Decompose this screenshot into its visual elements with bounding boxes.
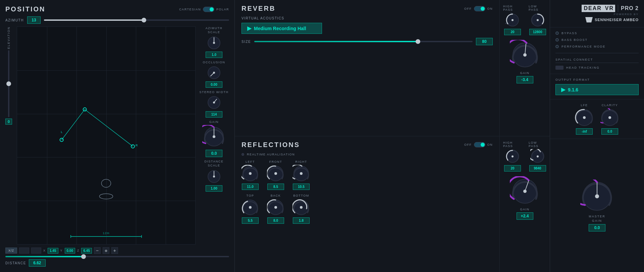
distance-scale-knob[interactable] (207, 169, 221, 184)
cartesian-polar-toggle[interactable]: CARTESIAN POLAR (179, 7, 229, 12)
reverb-lp-knob[interactable] (530, 13, 545, 27)
performance-mode-row[interactable]: PERFORMANCE MODE (555, 45, 639, 48)
refl-bottom-knob[interactable] (292, 199, 310, 216)
coord-mode-toggle[interactable] (203, 7, 214, 12)
svg-point-14 (213, 101, 215, 104)
azimuth-value[interactable]: 13 (27, 16, 41, 24)
reverb-gain-value[interactable]: -3.4 (517, 76, 533, 83)
refl-top-knob[interactable] (241, 199, 259, 216)
refl-lp-knob[interactable] (530, 149, 545, 164)
distance-label-row: DISTANCE 6.62 (5, 259, 229, 267)
refl-lp-value[interactable]: 9840 (529, 165, 546, 172)
distance-thumb (81, 254, 86, 259)
refl-gain-knob[interactable] (510, 176, 540, 206)
refl-gain-value[interactable]: +2.4 (517, 212, 533, 220)
brand-name: DEAR VR PRO 2 (582, 5, 639, 12)
bass-boost-row[interactable]: BASS BOOST (555, 38, 639, 42)
svg-text:L: L (61, 130, 62, 134)
refl-hp-knob[interactable] (505, 149, 520, 164)
clarity-knob[interactable] (600, 108, 619, 127)
elevation-value[interactable]: 0 (5, 119, 12, 125)
occlusion-value[interactable]: 0.00 (206, 81, 222, 88)
reverb-gain-container: GAIN -3.4 (510, 40, 540, 83)
coord-blank2 (31, 248, 41, 254)
reflections-toggle[interactable]: OFF ON (464, 142, 493, 147)
azimuth-scale-value[interactable]: 1.0 (206, 52, 222, 58)
refl-top-value[interactable]: 5.5 (242, 217, 259, 224)
refl-left-container: LEFT 11.0 (241, 160, 259, 190)
position-grid[interactable]: 12m L R (17, 26, 196, 245)
position-gain-knob[interactable] (202, 125, 226, 148)
master-gain-knob[interactable] (580, 180, 614, 213)
position-gain-value[interactable]: 0.0 (206, 150, 222, 157)
master-gain-container: MASTERGAIN 0.0 (580, 180, 614, 231)
minus-button[interactable]: − (94, 247, 101, 254)
refl-back-container: BACK 8.0 (267, 194, 284, 224)
z-value[interactable]: 6.45 (81, 248, 92, 254)
spatial-connect-label: SPATIAL CONNECT (555, 58, 639, 63)
position-gain-label: GAIN (209, 120, 219, 124)
distance-value[interactable]: 6.62 (29, 259, 46, 267)
lfe-knob[interactable] (575, 108, 594, 127)
plus-button[interactable]: + (111, 247, 118, 254)
lfe-value[interactable]: -inf (576, 128, 593, 135)
xyz-button[interactable]: X/Z (5, 248, 17, 254)
refl-back-knob[interactable] (267, 199, 284, 216)
bypass-row[interactable]: BYPASS (555, 31, 639, 35)
stereo-width-value[interactable]: 114 (206, 111, 222, 118)
refl-right-knob[interactable] (292, 165, 310, 182)
refl-front-knob[interactable] (267, 165, 284, 182)
position-header: POSITION CARTESIAN POLAR (5, 5, 229, 13)
toggle-knob (210, 7, 214, 11)
azimuth-row: AZIMUTH 13 (5, 16, 229, 24)
position-svg: L R (17, 27, 195, 244)
size-slider[interactable] (254, 41, 473, 42)
refl-left-knob[interactable] (241, 165, 259, 182)
reverb-hp-knob[interactable] (505, 13, 520, 27)
refl-top-label: TOP (247, 194, 254, 197)
reverb-off-label: OFF (464, 7, 472, 10)
va-label: VIRTUAL ACOUSTICS (241, 16, 493, 20)
refl-hp-value[interactable]: 20 (504, 165, 521, 172)
refl-lp-container: LOW PASS 9840 (529, 141, 546, 172)
refl-left-value[interactable]: 11.0 (242, 184, 259, 190)
azimuth-scale-label: AZIMUTHSCALE (206, 26, 223, 34)
lfe-container: LFE -inf (575, 104, 594, 135)
y-value[interactable]: 0.00 (65, 248, 75, 254)
occlusion-label: OCCLUSION (203, 61, 225, 64)
elevation-label: ELEVATION (7, 26, 10, 49)
sennheiser-logo-icon (585, 17, 593, 22)
preset-button[interactable]: ▶ Medium Recording Hall (241, 23, 322, 34)
refl-switch[interactable] (474, 142, 485, 147)
brand-row: DEAR VR PRO 2 (555, 5, 639, 12)
refl-gain-container: GAIN +2.4 (510, 176, 540, 220)
size-value[interactable]: 80 (476, 38, 493, 45)
refl-bottom-value[interactable]: 1.8 (293, 217, 310, 224)
reverb-toggle[interactable]: OFF ON (464, 6, 493, 11)
clarity-value[interactable]: 0.0 (601, 128, 618, 135)
polar-label: POLAR (216, 8, 229, 11)
elevation-slider[interactable] (8, 50, 9, 117)
refl-front-container: FRONT 8.5 (267, 160, 284, 190)
azimuth-scale-knob[interactable] (207, 36, 221, 50)
output-format-button[interactable]: ▶ 9.1.6 (555, 84, 639, 95)
distance-slider[interactable] (5, 256, 229, 257)
master-gain-value[interactable]: 0.0 (589, 224, 605, 231)
occlusion-knob[interactable] (207, 65, 221, 80)
z-label: Z (77, 249, 79, 252)
distance-scale-value[interactable]: 1.00 (206, 185, 222, 192)
size-thumb (416, 39, 420, 44)
refl-back-value[interactable]: 8.0 (267, 217, 284, 224)
x-label: X (43, 249, 46, 252)
reverb-lp-value[interactable]: 12800 (529, 29, 546, 35)
reverb-gain-knob[interactable] (510, 40, 540, 70)
stereo-width-knob[interactable] (207, 95, 221, 110)
zoom-button[interactable]: ⊕ (103, 247, 109, 254)
reverb-hp-value[interactable]: 20 (504, 29, 521, 35)
size-fill (254, 41, 418, 42)
reverb-switch[interactable] (474, 6, 485, 11)
azimuth-slider[interactable] (44, 19, 229, 21)
refl-right-value[interactable]: 10.5 (293, 184, 310, 190)
refl-front-value[interactable]: 8.5 (267, 184, 284, 190)
x-value[interactable]: 1.45 (48, 248, 58, 254)
